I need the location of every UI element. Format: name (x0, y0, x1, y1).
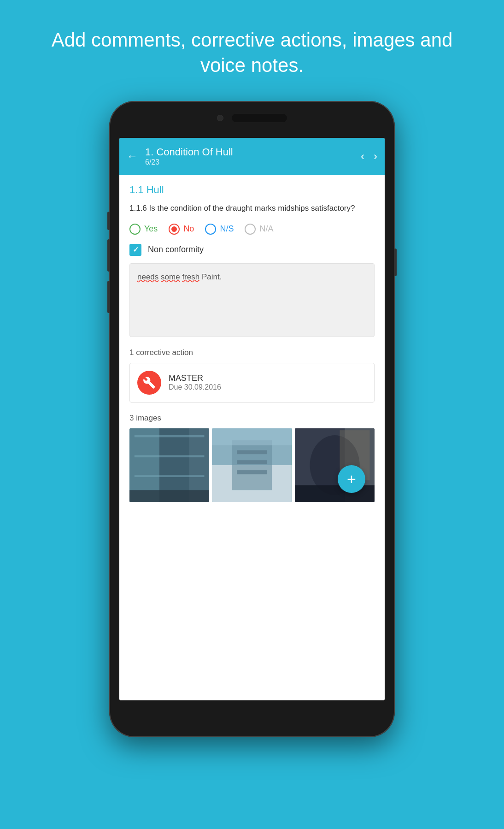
comment-word-fresh: fresh (182, 272, 199, 281)
corrective-due: Due 30.09.2016 (169, 383, 221, 391)
non-conformity-checkbox-row[interactable]: ✓ Non conformity (129, 244, 375, 256)
answer-na[interactable]: N/A (245, 224, 273, 235)
app-header: ← 1. Condition Of Hull 6/23 ‹ › (119, 138, 385, 175)
question-text: 1.1.6 Is the condition of the draught ma… (129, 202, 375, 214)
no-radio-circle (169, 224, 180, 235)
corrective-name: MASTER (169, 373, 221, 383)
comment-word-paint: Paint. (202, 272, 222, 281)
volume-up-button (107, 239, 110, 272)
camera-dot (217, 115, 223, 121)
svg-rect-13 (237, 470, 267, 474)
back-button[interactable]: ← (127, 150, 138, 163)
power-button (394, 249, 397, 276)
no-label: No (183, 224, 194, 234)
volume-silent-button (107, 212, 110, 230)
svg-rect-9 (232, 440, 272, 490)
svg-rect-6 (129, 490, 209, 502)
screen-content: 1.1 Hull 1.1.6 Is the condition of the d… (119, 175, 385, 700)
corrective-actions-label: 1 corrective action (129, 348, 375, 357)
svg-rect-4 (135, 455, 205, 457)
corrective-info: MASTER Due 30.09.2016 (169, 373, 221, 391)
header-title-block: 1. Condition Of Hull 6/23 (138, 146, 361, 166)
na-label: N/A (259, 224, 273, 234)
comment-textbox[interactable]: needs some fresh Paint. (129, 263, 375, 337)
comment-word-some: some (161, 272, 180, 281)
svg-rect-5 (135, 475, 205, 477)
speaker-grille (232, 114, 287, 122)
section-title: 1.1 Hull (129, 184, 375, 196)
wrench-icon (143, 376, 156, 389)
checkbox-box: ✓ (129, 244, 141, 256)
image-thumb-1[interactable] (129, 428, 209, 502)
svg-rect-10 (212, 428, 292, 445)
images-label: 3 images (129, 414, 375, 423)
yes-radio-circle (129, 224, 141, 235)
volume-down-button (107, 281, 110, 313)
comment-content: needs some fresh Paint. (137, 271, 367, 283)
images-grid: + (129, 428, 375, 502)
image-thumb-2[interactable] (212, 428, 292, 502)
checkmark-icon: ✓ (133, 245, 139, 254)
phone-top-bar (217, 114, 287, 122)
svg-rect-18 (295, 485, 375, 502)
hero-text: Add comments, corrective actions, images… (0, 28, 504, 78)
answer-radio-group: Yes No N/S N/A (129, 224, 375, 235)
header-title: 1. Condition Of Hull (145, 146, 361, 158)
ns-label: N/S (220, 224, 234, 234)
next-button[interactable]: › (374, 150, 377, 163)
prev-button[interactable]: ‹ (361, 150, 364, 163)
phone-screen: ← 1. Condition Of Hull 6/23 ‹ › 1.1 Hull… (119, 138, 385, 700)
yes-label: Yes (144, 224, 158, 234)
comment-word-needs: needs (137, 272, 158, 281)
ns-radio-circle (205, 224, 216, 235)
header-subtitle: 6/23 (145, 158, 361, 166)
no-radio-inner (171, 226, 177, 232)
answer-no[interactable]: No (169, 224, 194, 235)
non-conformity-label: Non conformity (148, 245, 204, 255)
header-nav: ‹ › (361, 150, 377, 163)
phone-device: ← 1. Condition Of Hull 6/23 ‹ › 1.1 Hull… (109, 101, 395, 737)
svg-rect-11 (237, 450, 267, 454)
corrective-icon-circle (137, 371, 161, 395)
answer-ns[interactable]: N/S (205, 224, 234, 235)
add-fab-button[interactable]: + (338, 465, 365, 493)
answer-yes[interactable]: Yes (129, 224, 158, 235)
svg-rect-3 (135, 435, 205, 437)
svg-rect-12 (237, 460, 267, 464)
corrective-action-card[interactable]: MASTER Due 30.09.2016 (129, 363, 375, 403)
image-thumb-3[interactable] (295, 428, 375, 502)
na-radio-circle (245, 224, 256, 235)
